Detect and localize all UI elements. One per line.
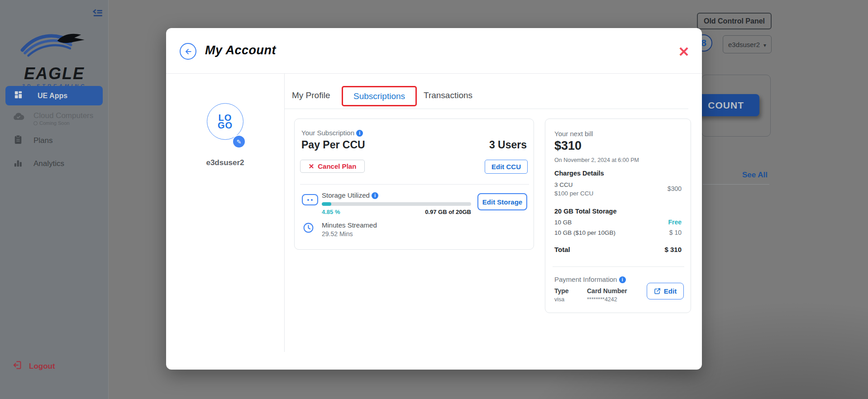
cancel-plan-button[interactable]: ✕ Cancel Plan — [300, 160, 365, 173]
minutes-value-text: 29.52 Mins — [322, 230, 353, 238]
app-screen: EAGLE 3D STREAMING UE Apps — [0, 0, 868, 399]
profile-logo-avatar[interactable]: LO GO — [207, 103, 243, 140]
sidebar-item-label: UE Apps — [38, 92, 67, 100]
edit-storage-label: Edit Storage — [482, 198, 522, 206]
sidebar-item-label: Cloud Computers — [33, 111, 93, 120]
sidebar-item-label: Plans — [33, 136, 53, 145]
total-value: $ 310 — [664, 246, 682, 253]
card-divider — [300, 184, 529, 185]
tab-label: Transactions — [424, 90, 472, 100]
minutes-label: Minutes Streamed — [322, 221, 377, 229]
edit-storage-button[interactable]: Edit Storage — [477, 193, 527, 210]
tab-label: My Profile — [292, 90, 330, 100]
see-all-link[interactable]: See All — [742, 171, 768, 180]
cancel-plan-label: Cancel Plan — [318, 162, 356, 170]
vertical-divider — [284, 74, 285, 352]
cloud-check-icon — [13, 112, 24, 123]
subscription-section-label: Your Subscription — [301, 129, 363, 137]
payment-card-label: Card Number — [587, 287, 627, 294]
back-button[interactable] — [180, 43, 196, 60]
profile-username: e3dsuser2 — [166, 158, 284, 167]
charge-paid-value: $ 10 — [669, 229, 682, 236]
tab-transactions[interactable]: Transactions — [424, 90, 472, 100]
payment-title-row: Payment Information — [554, 276, 626, 283]
grid-icon — [14, 91, 22, 100]
sidebar-item-label: Analytics — [33, 159, 64, 168]
logout-button[interactable]: Logout — [13, 360, 55, 372]
background-divider — [703, 184, 769, 185]
sidebar-item-cloud-computers[interactable]: Cloud Computers Coming Soon — [13, 111, 103, 126]
charge-storage-title: 20 GB Total Storage — [554, 208, 617, 215]
minutes-value: 29.52 Mins — [322, 230, 353, 238]
edit-ccu-button[interactable]: Edit CCU — [485, 160, 528, 174]
payment-card-value: ********4242 — [587, 296, 617, 303]
close-icon[interactable]: ✕ — [676, 44, 692, 60]
charge-free-qty: 10 GB — [554, 219, 572, 226]
charge-ccu-value: $300 — [668, 185, 682, 192]
plan-name: Pay Per CCU — [301, 139, 365, 151]
subscription-card: Your Subscription Pay Per CCU 3 Users ✕ … — [294, 119, 534, 250]
payment-type-label: Type — [554, 287, 569, 294]
bill-title: Your next bill — [554, 130, 593, 138]
storage-label-row: Storage Utilized — [322, 191, 378, 199]
payment-type-value: visa — [554, 296, 564, 303]
sidebar-collapse-icon[interactable] — [91, 7, 106, 21]
edit-payment-button[interactable]: Edit — [647, 283, 684, 299]
old-control-panel-label: Old Control Panel — [704, 17, 765, 25]
modal-header: My Account ✕ — [166, 28, 702, 74]
logo-text-line2: GO — [218, 122, 233, 129]
clipboard-icon — [14, 135, 23, 147]
payment-title: Payment Information — [554, 276, 617, 283]
bar-chart-icon — [14, 158, 23, 169]
storage-label: Storage Utilized — [322, 191, 370, 199]
section-label-text: Your Subscription — [301, 129, 354, 137]
sidebar-item-ue-apps[interactable]: UE Apps — [5, 86, 103, 105]
tabs-underline — [284, 109, 688, 109]
logout-icon — [13, 360, 23, 372]
info-icon[interactable] — [619, 276, 626, 283]
user-menu-dropdown[interactable]: e3dsuser2 — [723, 35, 772, 53]
annotation-box-subscriptions: Subscriptions — [342, 86, 417, 106]
modal-title: My Account — [205, 43, 276, 57]
my-account-modal: My Account ✕ LO GO ✎ e3dsuser2 My Profil… — [166, 28, 702, 370]
eagle-logo: EAGLE 3D STREAMING — [16, 26, 93, 89]
arrow-left-icon — [184, 47, 193, 56]
bill-amount: $310 — [554, 139, 582, 153]
storage-progress-track — [322, 202, 471, 206]
storage-usage: 0.97 GB of 20GB — [385, 209, 471, 215]
charge-ccu-qty: 3 CCU — [554, 181, 573, 188]
charge-free-value: Free — [668, 218, 682, 226]
tab-label: Subscriptions — [353, 91, 405, 101]
coming-soon-badge: Coming Soon — [33, 120, 93, 126]
clock-mini-icon — [33, 121, 38, 125]
next-bill-card: Your next bill $310 On November 2, 2024 … — [545, 119, 691, 313]
see-all-label: See All — [742, 171, 768, 179]
sidebar-item-analytics[interactable]: Analytics — [14, 158, 100, 169]
storage-drive-icon — [302, 194, 318, 205]
info-icon[interactable] — [372, 192, 378, 199]
bill-date: On November 2, 2024 at 6:00 PM — [554, 157, 639, 163]
edit-icon — [654, 288, 661, 294]
create-account-label-partial: COUNT — [708, 100, 744, 111]
brand-name: EAGLE — [16, 64, 93, 83]
sidebar: EAGLE 3D STREAMING UE Apps — [0, 0, 109, 399]
user-menu-label: e3dsuser2 — [728, 41, 760, 48]
sidebar-item-plans[interactable]: Plans — [14, 135, 100, 147]
tab-my-profile[interactable]: My Profile — [292, 90, 330, 100]
storage-percent: 4.85 % — [322, 209, 340, 215]
info-icon[interactable] — [356, 130, 363, 137]
clock-icon — [303, 222, 314, 235]
old-control-panel-button[interactable]: Old Control Panel — [697, 13, 772, 29]
storage-progress-fill — [322, 202, 331, 206]
edit-payment-label: Edit — [664, 287, 677, 295]
coming-soon-label: Coming Soon — [39, 120, 70, 126]
tab-subscriptions[interactable]: Subscriptions — [353, 91, 405, 101]
charges-title: Charges Details — [554, 170, 604, 177]
x-icon: ✕ — [309, 162, 315, 171]
total-label: Total — [554, 246, 570, 253]
edit-avatar-pencil-icon[interactable]: ✎ — [232, 135, 246, 148]
card-divider — [553, 266, 684, 267]
charge-paid-qty: 10 GB ($10 per 10GB) — [554, 229, 615, 236]
pencil-glyph: ✎ — [237, 138, 242, 145]
chevron-down-icon — [763, 41, 766, 48]
